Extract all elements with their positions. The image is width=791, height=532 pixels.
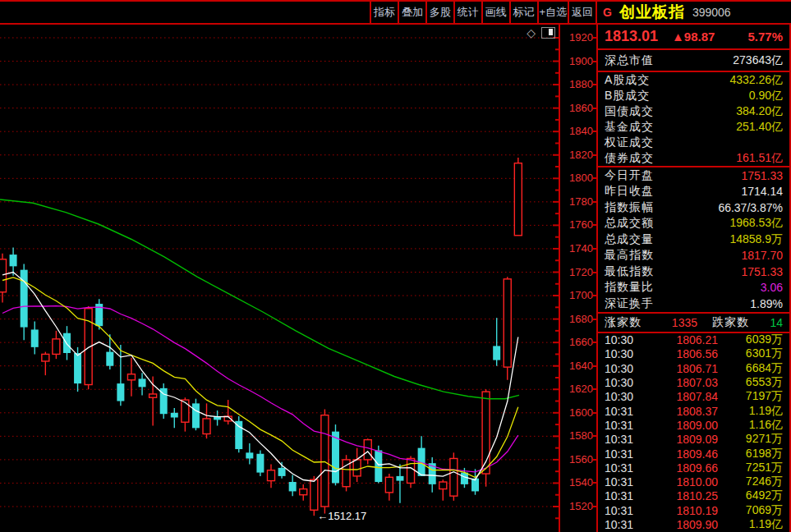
tick-row: 10:301806.716684万 bbox=[598, 361, 789, 375]
diamond-marker-icon[interactable]: ◇ bbox=[527, 28, 536, 38]
axis-tick bbox=[592, 272, 596, 273]
low-price-annotation: ←1512.17 bbox=[317, 510, 366, 522]
tick-volume: 1.16亿 bbox=[718, 418, 783, 433]
tick-row: 10:311810.007246万 bbox=[598, 475, 789, 488]
stat-label: 最低指数 bbox=[605, 264, 654, 279]
price-axis-label: 1720 bbox=[562, 267, 593, 278]
kline-chart[interactable]: ←1512.17 ◇ bbox=[0, 25, 562, 532]
tick-row: 10:311809.667251万 bbox=[598, 461, 789, 475]
tick-row: 10:301807.036553万 bbox=[598, 375, 789, 389]
tick-volume: 6684万 bbox=[718, 361, 783, 376]
stat-row: 国债成交384.20亿 bbox=[598, 103, 789, 119]
stat-label: 权证成交 bbox=[605, 135, 654, 150]
quote-panel: 1813.01 ▲98.87 5.77% 深总市值 273643亿 A股成交43… bbox=[598, 25, 791, 532]
toolbar-button[interactable]: +自选 bbox=[539, 2, 570, 23]
stat-value: 0.90亿 bbox=[749, 89, 783, 103]
layout-split-icon[interactable] bbox=[541, 27, 555, 39]
stat-value: 1968.53亿 bbox=[729, 216, 783, 231]
stat-row: A股成交4332.26亿 bbox=[598, 72, 789, 88]
tick-time: 10:31 bbox=[605, 405, 649, 418]
price-axis-label: 1540 bbox=[562, 477, 593, 488]
stat-value: 1817.70 bbox=[741, 249, 783, 262]
axis-tick bbox=[592, 388, 596, 390]
last-price: 1813.01 bbox=[605, 28, 672, 45]
stat-label: 昨日收盘 bbox=[605, 184, 654, 199]
tick-row: 10:301806.566301万 bbox=[598, 347, 789, 361]
stat-label: 最高指数 bbox=[605, 248, 654, 263]
stat-row: 指数量比3.06 bbox=[598, 280, 789, 296]
tick-price: 1807.03 bbox=[649, 376, 718, 389]
axis-tick bbox=[592, 61, 596, 62]
price-axis-label: 1640 bbox=[562, 360, 593, 372]
tick-row: 10:311809.099271万 bbox=[598, 433, 789, 447]
tick-row: 10:311808.371.19亿 bbox=[598, 404, 789, 418]
tick-price: 1808.37 bbox=[649, 405, 718, 418]
tick-time: 10:31 bbox=[605, 489, 649, 502]
axis-tick bbox=[592, 131, 596, 132]
tick-price: 1809.46 bbox=[649, 447, 718, 461]
index-code: 399006 bbox=[692, 6, 731, 19]
stat-value: 1751.33 bbox=[741, 265, 783, 278]
tick-time: 10:31 bbox=[605, 518, 649, 531]
price-axis-label: 1680 bbox=[562, 314, 593, 325]
tick-row: 10:301807.847197万 bbox=[598, 390, 789, 404]
toolbar-button[interactable]: 叠加 bbox=[399, 2, 427, 23]
price-change-percent: 5.77% bbox=[747, 30, 783, 44]
axis-tick bbox=[592, 295, 596, 296]
tick-volume: 6039万 bbox=[718, 333, 783, 348]
tick-volume: 7246万 bbox=[718, 475, 783, 489]
tick-price: 1809.90 bbox=[649, 518, 718, 531]
stat-value: 66.37/3.87% bbox=[718, 201, 783, 214]
tick-time: 10:31 bbox=[605, 504, 649, 517]
stat-row: 深证换手1.89% bbox=[598, 296, 789, 312]
toolbar-button[interactable]: 多股 bbox=[427, 2, 455, 23]
candlestick-svg[interactable]: ←1512.17 bbox=[0, 25, 562, 532]
market-cap-value: 273643亿 bbox=[733, 53, 783, 68]
axis-tick bbox=[592, 506, 596, 507]
tick-price: 1806.71 bbox=[649, 362, 718, 375]
toolbar-button[interactable]: 指标 bbox=[371, 2, 399, 23]
toolbar-button[interactable]: 返回 bbox=[569, 2, 597, 23]
tick-price: 1807.84 bbox=[649, 390, 718, 403]
topbar-spacer bbox=[0, 2, 370, 23]
tick-volume: 9271万 bbox=[718, 432, 783, 447]
axis-tick bbox=[592, 224, 596, 226]
price-axis-label: 1620 bbox=[562, 383, 593, 395]
price-axis-label: 1760 bbox=[562, 219, 593, 231]
price-axis-label: 1600 bbox=[562, 407, 593, 419]
stat-row: 最低指数1751.33 bbox=[598, 264, 789, 280]
turnover-section: A股成交4332.26亿B股成交0.90亿国债成交384.20亿基金成交251.… bbox=[598, 72, 789, 167]
stat-row: B股成交0.90亿 bbox=[598, 88, 789, 103]
index-stats-section: 今日开盘1751.33昨日收盘1714.14指数振幅66.37/3.87%总成交… bbox=[598, 167, 789, 314]
advancers-label: 涨家数 bbox=[605, 315, 642, 330]
price-axis: 1920190018801860184018201800178017601740… bbox=[562, 25, 598, 532]
stat-label: 国债成交 bbox=[605, 104, 654, 119]
toolbar-button[interactable]: 画线 bbox=[483, 2, 511, 23]
quote-row: 1813.01 ▲98.87 5.77% bbox=[598, 25, 789, 50]
axis-tick bbox=[592, 365, 596, 367]
decliners-count: 14 bbox=[749, 316, 783, 329]
price-axis-label: 1840 bbox=[562, 126, 593, 137]
stat-label: 总成交量 bbox=[605, 232, 654, 247]
toolbar-button[interactable]: 统计 bbox=[455, 2, 483, 23]
axis-tick bbox=[592, 482, 596, 484]
price-axis-label: 1660 bbox=[562, 337, 593, 348]
chart-tools: ◇ bbox=[527, 27, 555, 39]
stat-value: 4332.26亿 bbox=[729, 73, 783, 88]
toolbar-button[interactable]: 标记 bbox=[511, 2, 539, 23]
axis-tick bbox=[592, 248, 596, 250]
tick-list[interactable]: 10:301806.216039万10:301806.566301万10:301… bbox=[598, 333, 789, 532]
stat-label: B股成交 bbox=[605, 89, 650, 103]
axis-tick bbox=[592, 177, 596, 179]
tick-volume: 7251万 bbox=[718, 461, 783, 475]
price-axis-label: 1820 bbox=[562, 149, 593, 161]
tick-volume: 1.19亿 bbox=[718, 404, 783, 419]
tick-time: 10:30 bbox=[605, 362, 649, 375]
tick-volume: 7197万 bbox=[718, 389, 783, 404]
stat-value: 1.89% bbox=[750, 297, 783, 310]
price-axis-label: 1740 bbox=[562, 243, 593, 255]
tick-price: 1809.66 bbox=[649, 461, 718, 475]
tick-time: 10:30 bbox=[605, 333, 649, 346]
axis-tick bbox=[592, 108, 596, 109]
tick-row: 10:311809.901.19亿 bbox=[598, 517, 789, 531]
